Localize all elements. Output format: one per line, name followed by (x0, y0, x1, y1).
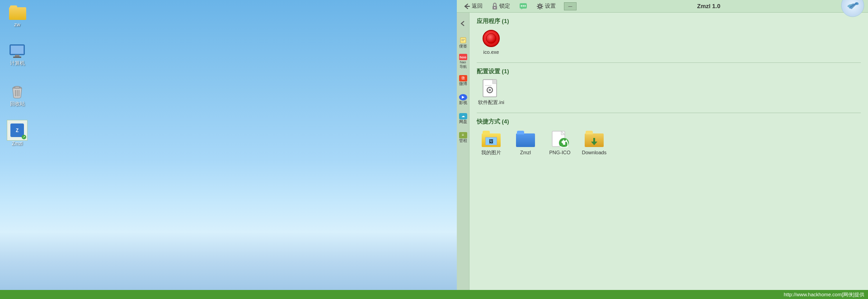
svg-point-16 (539, 5, 541, 8)
panel-content: 应用程序 (1) (469, 13, 868, 290)
hao-icon: hoo (459, 54, 467, 60)
apps-section-title: 应用程序 (1) (477, 17, 861, 25)
my-pictures-icon: 🖼 (482, 129, 501, 148)
config-section: 配置设置 (1) (477, 67, 861, 105)
sidebar-weibo[interactable]: 微 微博 (458, 71, 469, 90)
sidebar-hao[interactable]: hoo hao导航 (458, 52, 469, 71)
sidebar-bianjian[interactable]: 便签 (458, 33, 469, 52)
downloads-label: Downloads (582, 150, 606, 156)
taskbar: http://www.hackhome.com[网侠]提供 (0, 290, 868, 299)
zmzl-folder-icon (516, 129, 535, 148)
svg-rect-44 (563, 141, 565, 145)
weibo-icon: 微 (459, 75, 467, 81)
minimize-button[interactable]: ─ (564, 2, 577, 10)
svg-point-34 (489, 89, 491, 91)
my-pictures-item[interactable]: 🖼 我的图片 (477, 129, 506, 156)
png-ico-label: PNG-ICO (549, 150, 570, 156)
svg-line-24 (538, 7, 539, 8)
config-section-title: 配置设置 (1) (477, 67, 861, 76)
video-icon: ▶ (459, 94, 467, 100)
svg-rect-27 (460, 38, 466, 43)
back-button[interactable]: 返回 (460, 1, 485, 11)
folder-zw-icon (9, 5, 25, 21)
png-ico-item[interactable]: PNG-ICO (545, 129, 574, 156)
ico-exe-label: ico.exe (483, 49, 499, 55)
comment-button[interactable] (516, 2, 530, 11)
note-icon (460, 37, 467, 44)
my-pictures-label: 我的图片 (481, 150, 501, 156)
svg-point-11 (494, 7, 496, 8)
sidebar-guocheng[interactable]: ≡ 管程 (458, 128, 469, 147)
desktop-icon-zmzl[interactable]: Z ↗ Zmzl (4, 120, 31, 146)
config-ini-label: 软件配置.ini (478, 100, 504, 105)
sidebar-weibo-label: 微博 (459, 81, 467, 86)
desktop-icon-zw[interactable]: zw (4, 5, 31, 28)
svg-point-14 (523, 5, 524, 6)
downloads-item[interactable]: Downloads (580, 129, 609, 156)
desktop-icon-recycle[interactable]: 回收站 (4, 84, 31, 107)
desktop-icon-zw-label: zw (14, 22, 20, 28)
apps-items: ico.exe (477, 29, 861, 55)
lock-label: 锁定 (499, 2, 510, 10)
svg-point-30 (486, 33, 496, 43)
sidebar-yingshi[interactable]: ▶ 影视 (458, 90, 469, 109)
divider-1 (477, 62, 861, 63)
panel-title: Zmzl 1.0 (697, 3, 720, 9)
settings-button[interactable]: 设置 (534, 1, 558, 11)
sidebar-back-icon (460, 20, 467, 27)
ico-exe-icon (482, 29, 501, 48)
panel-body: 便签 hoo hao导航 微 微博 ▶ 影视 (457, 13, 868, 290)
zmzl-folder-label: Zmzl (520, 150, 531, 156)
process-icon: ≡ (459, 132, 467, 138)
svg-rect-2 (15, 55, 19, 57)
desktop-icon-computer[interactable]: 计算机 (4, 43, 31, 66)
back-label: 返回 (472, 2, 483, 10)
svg-line-22 (541, 7, 542, 8)
divider-2 (477, 113, 861, 113)
config-ini-icon (482, 79, 501, 98)
sidebar-hao-label: hao导航 (460, 60, 467, 69)
right-panel: 返回 锁定 (457, 0, 868, 290)
config-ini-item[interactable]: 软件配置.ini (477, 79, 506, 105)
sidebar-back-btn[interactable] (458, 14, 469, 33)
computer-icon (9, 43, 25, 59)
desktop-icon-computer-label: 计算机 (10, 60, 25, 66)
comment-icon (519, 3, 527, 10)
config-items: 软件配置.ini (477, 79, 861, 105)
svg-line-23 (541, 4, 542, 5)
panel-header: 返回 锁定 (457, 0, 868, 13)
zmzl-item[interactable]: Zmzl (511, 129, 540, 156)
lock-button[interactable]: 锁定 (489, 1, 513, 11)
cloud-icon: ☁ (459, 113, 467, 119)
svg-rect-3 (13, 57, 21, 58)
settings-label: 设置 (545, 2, 556, 10)
desktop-icon-recycle-label: 回收站 (10, 101, 25, 107)
lock-icon (492, 3, 498, 10)
svg-point-13 (521, 5, 522, 6)
svg-rect-1 (11, 46, 23, 54)
svg-rect-8 (15, 86, 19, 88)
shortcuts-items: 🖼 我的图片 (477, 129, 861, 156)
apps-section: 应用程序 (1) (477, 17, 861, 55)
panel-sidebar: 便签 hoo hao导航 微 微博 ▶ 影视 (457, 13, 469, 290)
recycle-icon (9, 84, 25, 100)
zmzl-desktop-icon-img: Z ↗ (7, 120, 28, 141)
taskbar-url: http://www.hackhome.com[网侠]提供 (784, 291, 865, 298)
svg-line-21 (538, 4, 539, 5)
back-icon (463, 3, 470, 10)
png-ico-icon (550, 129, 569, 148)
svg-point-15 (525, 5, 526, 6)
zmzl-desktop-label: Zmzl (12, 141, 23, 146)
sidebar-yingshi-label: 影视 (459, 100, 467, 105)
sidebar-guocheng-label: 管程 (459, 138, 467, 143)
downloads-icon (585, 129, 604, 148)
gear-icon (536, 3, 544, 10)
shortcuts-section-title: 快捷方式 (4) (477, 118, 861, 126)
sidebar-wangpan[interactable]: ☁ 网盘 (458, 109, 469, 128)
sidebar-bianjian-label: 便签 (459, 44, 467, 49)
ico-exe-item[interactable]: ico.exe (477, 29, 506, 55)
sidebar-wangpan-label: 网盘 (459, 119, 467, 124)
shortcuts-section: 快捷方式 (4) 🖼 (477, 118, 861, 156)
svg-rect-32 (493, 80, 497, 84)
